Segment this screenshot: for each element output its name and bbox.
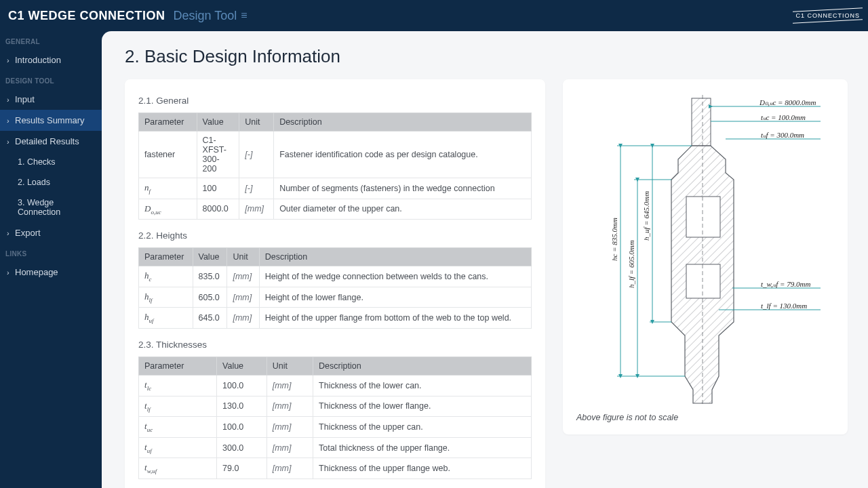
table-row: Do,uc 8000.0 [mm] Outer diameter of the … — [139, 199, 532, 220]
cell-unit: [-] — [239, 131, 274, 178]
col-description: Description — [313, 357, 532, 375]
cell-desc: Thickness of the lower flange. — [313, 396, 532, 417]
col-unit: Unit — [239, 113, 274, 131]
sidebar-item-export[interactable]: ›Export — [0, 222, 102, 243]
sidebar-item-homepage[interactable]: ›Homepage — [0, 262, 102, 283]
cell-value: 300.0 — [217, 437, 267, 458]
chevron-right-icon: › — [7, 56, 12, 64]
sidebar-item-label: Introduction — [15, 55, 61, 65]
cell-value: 130.0 — [217, 396, 267, 417]
cell-param: fastener — [139, 131, 197, 178]
cell-desc: Height of the wedge connection between w… — [259, 266, 531, 287]
section-heading: 2.3. Thicknesses — [138, 340, 532, 350]
cell-value: 100.0 — [217, 375, 267, 396]
cell-unit: [mm] — [227, 287, 259, 308]
dim-douc: D₀,ᵤc = 8000.0mm — [759, 98, 816, 106]
cell-desc: Height of the upper flange from bottom o… — [259, 308, 531, 329]
table-row: nf 100 [-] Number of segments (fasteners… — [139, 178, 532, 199]
app-subtitle: Design Tool — [174, 9, 237, 23]
figure-panel: D₀,ᵤc = 8000.0mm tᵤc = 100.0mm tᵤf = 300… — [563, 79, 848, 434]
chevron-right-icon: › — [7, 96, 12, 104]
col-value: Value — [193, 248, 227, 266]
cell-desc: Number of segments (fasteners) in the we… — [274, 178, 532, 199]
dim-tuf: tᵤf = 300.0mm — [761, 131, 804, 139]
table-row: tuc100.0[mm]Thickness of the upper can. — [139, 417, 532, 438]
col-parameter: Parameter — [139, 113, 197, 131]
col-value: Value — [197, 113, 239, 131]
figure-note: Above figure is not to scale — [576, 413, 678, 422]
sidebar-item-label: Homepage — [15, 267, 58, 277]
cell-unit: [-] — [239, 178, 274, 199]
col-parameter: Parameter — [139, 357, 217, 375]
dim-tlf: t_lf = 130.0mm — [761, 302, 807, 310]
sidebar-subitem-loads[interactable]: 2. Loads — [0, 172, 102, 192]
dim-tuc: tᵤc = 100.0mm — [761, 113, 806, 121]
dim-hlf: h_lf = 605.0mm — [627, 240, 635, 288]
cell-unit: [mm] — [267, 417, 313, 438]
cell-param: tlc — [139, 375, 217, 396]
table-row: hlf605.0[mm]Height of the lower flange. — [139, 287, 532, 308]
sidebar-item-input[interactable]: ›Input — [0, 89, 102, 110]
cell-value: 100.0 — [217, 417, 267, 438]
thicknesses-table: Parameter Value Unit Description tlc100.… — [138, 357, 532, 479]
cell-desc: Thickness of the lower can. — [313, 375, 532, 396]
sidebar-section-general: GENERAL — [0, 31, 102, 49]
chevron-right-icon: › — [7, 229, 12, 237]
cell-unit: [mm] — [227, 266, 259, 287]
cell-value: 835.0 — [193, 266, 227, 287]
cell-value: 605.0 — [193, 287, 227, 308]
cell-value: 645.0 — [193, 308, 227, 329]
svg-rect-3 — [686, 264, 720, 298]
table-row: tlc100.0[mm]Thickness of the lower can. — [139, 375, 532, 396]
col-value: Value — [217, 357, 267, 375]
wedge-connection-diagram: D₀,ᵤc = 8000.0mm tᵤc = 100.0mm tᵤf = 300… — [576, 92, 834, 422]
col-description: Description — [259, 248, 531, 266]
cell-value: 8000.0 — [197, 199, 239, 220]
table-row: tw,uf79.0[mm]Thickness of the upper flan… — [139, 458, 532, 479]
content-area: 2. Basic Design Information 2.1. General… — [102, 31, 868, 488]
heights-table: Parameter Value Unit Description hc835.0… — [138, 247, 532, 329]
chevron-right-icon: › — [7, 138, 12, 146]
cell-unit: [mm] — [267, 458, 313, 479]
sidebar-item-introduction[interactable]: ›Introduction — [0, 49, 102, 70]
sidebar-item-label: Input — [15, 94, 35, 104]
tables-panel: 2.1. General Parameter Value Unit Descri… — [125, 79, 545, 488]
chevron-right-icon: › — [7, 268, 12, 277]
cell-param: hlf — [139, 287, 193, 308]
sidebar-item-detailed-results[interactable]: ›Detailed Results — [0, 131, 102, 152]
table-row: huf645.0[mm]Height of the upper flange f… — [139, 308, 532, 329]
col-unit: Unit — [227, 248, 259, 266]
cell-unit: [mm] — [267, 396, 313, 417]
cell-param: tuc — [139, 417, 217, 438]
brand-logo: C1 CONNECTIONS — [795, 9, 860, 22]
cell-param: tlf — [139, 396, 217, 417]
cell-value: 100 — [197, 178, 239, 199]
page-title: 2. Basic Design Information — [125, 46, 849, 67]
top-bar: C1 WEDGE CONNECTION Design Tool ≡ C1 CON… — [0, 0, 868, 31]
cell-desc: Height of the lower flange. — [259, 287, 531, 308]
cell-desc: Thickness of the upper flange web. — [313, 458, 532, 479]
cell-value: C1-XFST-300-200 — [197, 131, 239, 178]
chevron-right-icon: › — [7, 117, 12, 125]
table-row: hc835.0[mm]Height of the wedge connectio… — [139, 266, 532, 287]
table-row: fastener C1-XFST-300-200 [-] Fastener id… — [139, 131, 532, 178]
table-row: tuf300.0[mm]Total thickness of the upper… — [139, 437, 532, 458]
sidebar-item-label: Results Summary — [15, 115, 85, 125]
sidebar-item-results-summary[interactable]: ›Results Summary — [0, 110, 102, 131]
sidebar-section-links: LINKS — [0, 243, 102, 262]
cell-unit: [mm] — [267, 375, 313, 396]
sidebar-subitem-wedge-connection[interactable]: 3. Wedge Connection — [0, 192, 102, 222]
dim-hc: hc = 835.0mm — [610, 218, 618, 261]
cell-param: Do,uc — [139, 199, 197, 220]
section-heading: 2.1. General — [138, 96, 532, 106]
section-heading: 2.2. Heights — [138, 230, 532, 241]
sidebar-item-label: Export — [15, 228, 41, 238]
menu-icon[interactable]: ≡ — [241, 9, 247, 22]
cell-unit: [mm] — [227, 308, 259, 329]
cell-param: hc — [139, 266, 193, 287]
col-description: Description — [274, 113, 532, 131]
sidebar-item-label: Detailed Results — [15, 136, 79, 146]
sidebar-subitem-checks[interactable]: 1. Checks — [0, 152, 102, 172]
col-unit: Unit — [267, 357, 313, 375]
app-title: C1 WEDGE CONNECTION — [8, 9, 165, 23]
